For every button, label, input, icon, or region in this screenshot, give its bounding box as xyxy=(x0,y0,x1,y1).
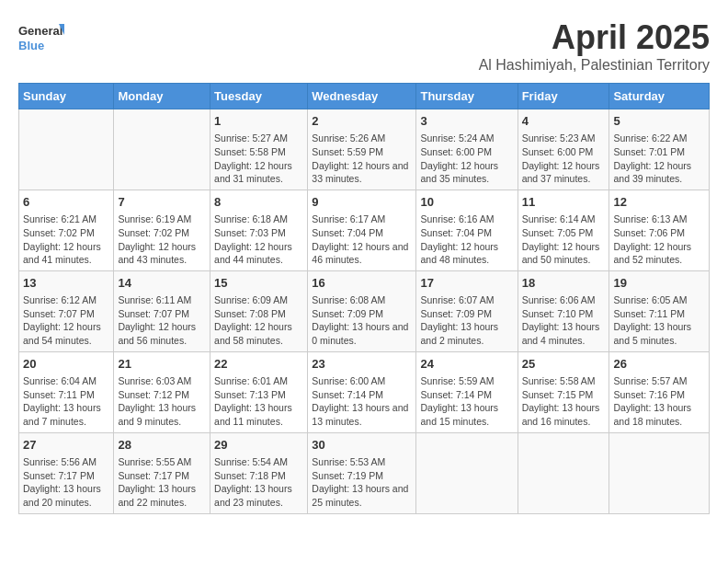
week-row-1: 1Sunrise: 5:27 AM Sunset: 5:58 PM Daylig… xyxy=(19,109,710,190)
cell-info: Sunrise: 5:57 AM Sunset: 7:16 PM Dayligh… xyxy=(613,374,705,429)
calendar-cell: 13Sunrise: 6:12 AM Sunset: 7:07 PM Dayli… xyxy=(19,270,114,351)
cell-info: Sunrise: 6:09 AM Sunset: 7:08 PM Dayligh… xyxy=(214,293,303,348)
cell-info: Sunrise: 6:18 AM Sunset: 7:03 PM Dayligh… xyxy=(214,213,303,267)
cell-info: Sunrise: 6:21 AM Sunset: 7:02 PM Dayligh… xyxy=(23,213,109,267)
day-number: 7 xyxy=(118,194,206,211)
day-number: 14 xyxy=(118,275,206,292)
calendar-cell: 21Sunrise: 6:03 AM Sunset: 7:12 PM Dayli… xyxy=(114,351,210,432)
header-cell-sunday: Sunday xyxy=(19,84,114,109)
day-number: 28 xyxy=(118,437,206,454)
calendar-cell: 24Sunrise: 5:59 AM Sunset: 7:14 PM Dayli… xyxy=(416,351,518,432)
day-number: 1 xyxy=(214,113,303,130)
day-number: 19 xyxy=(613,275,705,292)
cell-info: Sunrise: 6:04 AM Sunset: 7:11 PM Dayligh… xyxy=(23,374,109,429)
header-cell-thursday: Thursday xyxy=(416,84,518,109)
calendar-cell: 14Sunrise: 6:11 AM Sunset: 7:07 PM Dayli… xyxy=(114,270,210,351)
day-number: 6 xyxy=(23,194,109,211)
day-number: 20 xyxy=(23,356,109,373)
cell-info: Sunrise: 6:13 AM Sunset: 7:06 PM Dayligh… xyxy=(613,213,705,267)
day-number: 30 xyxy=(312,437,412,454)
cell-info: Sunrise: 6:06 AM Sunset: 7:10 PM Dayligh… xyxy=(522,293,606,348)
week-row-3: 13Sunrise: 6:12 AM Sunset: 7:07 PM Dayli… xyxy=(19,270,710,351)
calendar-cell: 23Sunrise: 6:00 AM Sunset: 7:14 PM Dayli… xyxy=(308,351,416,432)
header-cell-friday: Friday xyxy=(518,84,609,109)
day-number: 23 xyxy=(312,356,412,373)
cell-info: Sunrise: 6:05 AM Sunset: 7:11 PM Dayligh… xyxy=(613,293,705,348)
calendar-cell: 11Sunrise: 6:14 AM Sunset: 7:05 PM Dayli… xyxy=(518,190,609,270)
cell-info: Sunrise: 5:56 AM Sunset: 7:17 PM Dayligh… xyxy=(23,455,109,510)
day-number: 11 xyxy=(522,194,606,211)
week-row-4: 20Sunrise: 6:04 AM Sunset: 7:11 PM Dayli… xyxy=(19,351,710,432)
calendar-cell: 30Sunrise: 5:53 AM Sunset: 7:19 PM Dayli… xyxy=(308,432,416,513)
calendar-header: SundayMondayTuesdayWednesdayThursdayFrid… xyxy=(19,84,710,109)
header-cell-saturday: Saturday xyxy=(609,84,710,109)
calendar-body: 1Sunrise: 5:27 AM Sunset: 5:58 PM Daylig… xyxy=(19,109,710,514)
day-number: 2 xyxy=(312,113,412,130)
calendar-cell: 2Sunrise: 5:26 AM Sunset: 5:59 PM Daylig… xyxy=(308,109,416,190)
svg-text:General: General xyxy=(18,24,63,38)
cell-info: Sunrise: 5:54 AM Sunset: 7:18 PM Dayligh… xyxy=(214,455,303,510)
calendar-cell: 18Sunrise: 6:06 AM Sunset: 7:10 PM Dayli… xyxy=(518,270,609,351)
cell-info: Sunrise: 5:27 AM Sunset: 5:58 PM Dayligh… xyxy=(214,132,303,186)
day-number: 15 xyxy=(214,275,303,292)
calendar-cell: 8Sunrise: 6:18 AM Sunset: 7:03 PM Daylig… xyxy=(210,190,308,270)
day-number: 21 xyxy=(118,356,206,373)
main-title: April 2025 xyxy=(479,18,710,57)
calendar-cell xyxy=(416,432,518,513)
header-cell-wednesday: Wednesday xyxy=(308,84,416,109)
cell-info: Sunrise: 5:58 AM Sunset: 7:15 PM Dayligh… xyxy=(522,374,606,429)
cell-info: Sunrise: 6:22 AM Sunset: 7:01 PM Dayligh… xyxy=(613,132,705,186)
calendar-cell: 29Sunrise: 5:54 AM Sunset: 7:18 PM Dayli… xyxy=(210,432,308,513)
day-number: 4 xyxy=(522,113,606,130)
cell-info: Sunrise: 6:16 AM Sunset: 7:04 PM Dayligh… xyxy=(420,213,513,267)
cell-info: Sunrise: 6:17 AM Sunset: 7:04 PM Dayligh… xyxy=(312,213,412,267)
header-cell-monday: Monday xyxy=(114,84,210,109)
calendar-cell: 1Sunrise: 5:27 AM Sunset: 5:58 PM Daylig… xyxy=(210,109,308,190)
calendar-cell: 20Sunrise: 6:04 AM Sunset: 7:11 PM Dayli… xyxy=(19,351,114,432)
cell-info: Sunrise: 6:03 AM Sunset: 7:12 PM Dayligh… xyxy=(118,374,206,429)
day-number: 12 xyxy=(613,194,705,211)
calendar-cell xyxy=(19,109,114,190)
day-number: 10 xyxy=(420,194,513,211)
day-number: 25 xyxy=(522,356,606,373)
day-number: 3 xyxy=(420,113,513,130)
cell-info: Sunrise: 5:23 AM Sunset: 6:00 PM Dayligh… xyxy=(522,132,606,186)
day-number: 26 xyxy=(613,356,705,373)
cell-info: Sunrise: 6:08 AM Sunset: 7:09 PM Dayligh… xyxy=(312,293,412,348)
calendar-cell: 28Sunrise: 5:55 AM Sunset: 7:17 PM Dayli… xyxy=(114,432,210,513)
calendar-cell: 26Sunrise: 5:57 AM Sunset: 7:16 PM Dayli… xyxy=(609,351,710,432)
calendar-cell: 12Sunrise: 6:13 AM Sunset: 7:06 PM Dayli… xyxy=(609,190,710,270)
day-number: 24 xyxy=(420,356,513,373)
calendar-table: SundayMondayTuesdayWednesdayThursdayFrid… xyxy=(18,83,710,514)
calendar-cell: 25Sunrise: 5:58 AM Sunset: 7:15 PM Dayli… xyxy=(518,351,609,432)
calendar-cell xyxy=(518,432,609,513)
calendar-cell: 27Sunrise: 5:56 AM Sunset: 7:17 PM Dayli… xyxy=(19,432,114,513)
calendar-cell: 16Sunrise: 6:08 AM Sunset: 7:09 PM Dayli… xyxy=(308,270,416,351)
calendar-cell: 10Sunrise: 6:16 AM Sunset: 7:04 PM Dayli… xyxy=(416,190,518,270)
calendar-cell: 22Sunrise: 6:01 AM Sunset: 7:13 PM Dayli… xyxy=(210,351,308,432)
header-row: SundayMondayTuesdayWednesdayThursdayFrid… xyxy=(19,84,710,109)
day-number: 16 xyxy=(312,275,412,292)
calendar-cell: 6Sunrise: 6:21 AM Sunset: 7:02 PM Daylig… xyxy=(19,190,114,270)
cell-info: Sunrise: 5:24 AM Sunset: 6:00 PM Dayligh… xyxy=(420,132,513,186)
day-number: 17 xyxy=(420,275,513,292)
cell-info: Sunrise: 5:53 AM Sunset: 7:19 PM Dayligh… xyxy=(312,455,412,510)
calendar-cell: 9Sunrise: 6:17 AM Sunset: 7:04 PM Daylig… xyxy=(308,190,416,270)
day-number: 8 xyxy=(214,194,303,211)
cell-info: Sunrise: 5:59 AM Sunset: 7:14 PM Dayligh… xyxy=(420,374,513,429)
header-cell-tuesday: Tuesday xyxy=(210,84,308,109)
day-number: 27 xyxy=(23,437,109,454)
logo: General Blue xyxy=(18,18,64,55)
calendar-cell: 4Sunrise: 5:23 AM Sunset: 6:00 PM Daylig… xyxy=(518,109,609,190)
cell-info: Sunrise: 5:26 AM Sunset: 5:59 PM Dayligh… xyxy=(312,132,412,186)
cell-info: Sunrise: 6:12 AM Sunset: 7:07 PM Dayligh… xyxy=(23,293,109,348)
calendar-cell: 7Sunrise: 6:19 AM Sunset: 7:02 PM Daylig… xyxy=(114,190,210,270)
day-number: 22 xyxy=(214,356,303,373)
cell-info: Sunrise: 6:00 AM Sunset: 7:14 PM Dayligh… xyxy=(312,374,412,429)
calendar-cell xyxy=(609,432,710,513)
calendar-cell: 15Sunrise: 6:09 AM Sunset: 7:08 PM Dayli… xyxy=(210,270,308,351)
cell-info: Sunrise: 6:14 AM Sunset: 7:05 PM Dayligh… xyxy=(522,213,606,267)
cell-info: Sunrise: 5:55 AM Sunset: 7:17 PM Dayligh… xyxy=(118,455,206,510)
cell-info: Sunrise: 6:01 AM Sunset: 7:13 PM Dayligh… xyxy=(214,374,303,429)
cell-info: Sunrise: 6:11 AM Sunset: 7:07 PM Dayligh… xyxy=(118,293,206,348)
